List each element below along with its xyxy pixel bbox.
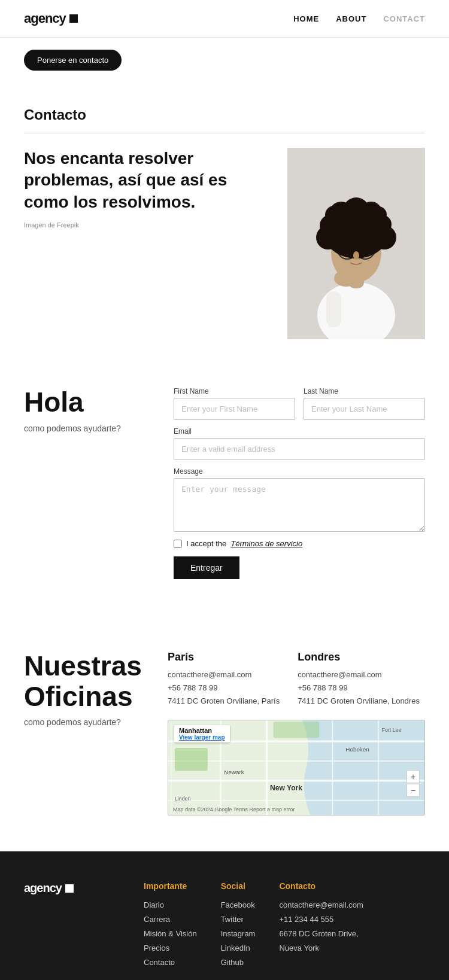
hero-image-credit: Imagen de Freepik xyxy=(24,221,79,229)
email-group: Email xyxy=(174,427,425,460)
terms-row: I accept the Términos de servicio xyxy=(174,539,425,548)
footer-top: agency Importante Diario Carrera Misión … xyxy=(24,881,425,971)
terms-link[interactable]: Términos de servicio xyxy=(230,539,302,548)
first-name-label: First Name xyxy=(174,387,295,395)
email-input[interactable] xyxy=(174,438,425,460)
first-name-input[interactable] xyxy=(174,398,295,420)
hero-text: Nos encanta resolver problemas, así que … xyxy=(24,148,269,230)
svg-text:Hoboken: Hoboken xyxy=(345,746,369,753)
footer-contact-address1[interactable]: 6678 DC Groten Drive, xyxy=(279,929,358,938)
person-illustration xyxy=(287,148,425,339)
map-larger-link[interactable]: View larger map xyxy=(179,734,225,741)
message-label: Message xyxy=(174,467,425,476)
offices-section: Nuestras Oficinas como podemos ayudarte?… xyxy=(0,615,449,851)
svg-point-16 xyxy=(343,197,369,224)
email-row: Email xyxy=(174,427,425,460)
footer: agency Importante Diario Carrera Misión … xyxy=(0,851,449,980)
footer-logo-mark[interactable]: agency xyxy=(24,881,120,895)
footer-logo-text: agency xyxy=(24,881,62,895)
nav-home[interactable]: HOME xyxy=(293,14,319,23)
svg-text:Fort Lee: Fort Lee xyxy=(382,727,402,733)
form-layout: Hola como podemos ayudarte? First Name L… xyxy=(24,387,425,579)
hero-content: Nos encanta resolver problemas, así que … xyxy=(24,148,425,339)
checkbox-label: I accept the xyxy=(186,539,226,548)
footer-link-github[interactable]: Github xyxy=(221,958,244,967)
footer-contact-city[interactable]: Nueva York xyxy=(279,944,319,952)
cta-section: Ponerse en contacto xyxy=(0,38,449,83)
offices-left: Nuestras Oficinas como podemos ayudarte? xyxy=(24,651,144,727)
cta-button[interactable]: Ponerse en contacto xyxy=(24,50,122,71)
map-zoom-out[interactable]: − xyxy=(406,784,420,797)
hero-divider xyxy=(24,133,425,133)
svg-rect-20 xyxy=(326,291,341,327)
svg-rect-31 xyxy=(175,748,208,771)
svg-text:Newark: Newark xyxy=(224,769,244,775)
offices-subtext: como podemos ayudarte? xyxy=(24,717,144,727)
first-name-group: First Name xyxy=(174,387,295,420)
logo-text: agency xyxy=(24,11,66,26)
footer-importante-list: Diario Carrera Misión & Visión Precios C… xyxy=(144,899,197,967)
london-city: Londres xyxy=(298,651,420,664)
form-right: First Name Last Name Email Message xyxy=(174,387,425,579)
offices-layout: Nuestras Oficinas como podemos ayudarte?… xyxy=(24,651,425,815)
message-textarea[interactable] xyxy=(174,478,425,532)
hero-section: Contacto Nos encanta resolver problemas,… xyxy=(0,83,449,351)
offices-heading: Nuestras Oficinas xyxy=(24,651,144,711)
form-left: Hola como podemos ayudarte? xyxy=(24,387,144,433)
map-inner: New York Newark Hoboken Summit Linden Fo… xyxy=(168,720,424,815)
map-controls: + − xyxy=(406,770,420,797)
footer-col-importante-heading: Importante xyxy=(144,881,197,891)
paris-details: contacthere@email.com +56 788 78 99 7411… xyxy=(168,668,280,708)
logo-box-icon xyxy=(69,14,78,23)
footer-link-contacto[interactable]: Contacto xyxy=(144,958,175,967)
footer-link-carrera[interactable]: Carrera xyxy=(144,915,170,924)
paris-office: París contacthere@email.com +56 788 78 9… xyxy=(168,651,280,708)
footer-link-mision[interactable]: Misión & Visión xyxy=(144,929,197,938)
footer-logo: agency xyxy=(24,881,120,971)
last-name-label: Last Name xyxy=(304,387,425,395)
svg-point-18 xyxy=(370,206,387,223)
hero-title: Contacto xyxy=(24,106,425,123)
offices-cols: París contacthere@email.com +56 788 78 9… xyxy=(168,651,425,708)
hero-image-placeholder xyxy=(287,148,425,339)
london-details: contacthere@email.com +56 788 78 99 7411… xyxy=(298,668,420,708)
footer-col-contacto: Contacto contacthere@email.com +11 234 4… xyxy=(279,881,363,971)
footer-link-diario[interactable]: Diario xyxy=(144,900,164,909)
svg-point-17 xyxy=(325,206,343,224)
form-section: Hola como podemos ayudarte? First Name L… xyxy=(0,351,449,615)
main-nav: HOME ABOUT CONTACT xyxy=(293,14,425,23)
footer-link-twitter[interactable]: Twitter xyxy=(221,915,244,924)
svg-text:Linden: Linden xyxy=(175,796,190,802)
footer-link-facebook[interactable]: Facebook xyxy=(221,900,255,909)
footer-col-social-heading: Social xyxy=(221,881,256,891)
submit-button[interactable]: Entregar xyxy=(174,556,239,579)
footer-contacto-list: contacthere@email.com +11 234 44 555 667… xyxy=(279,899,363,953)
name-row: First Name Last Name xyxy=(174,387,425,420)
footer-link-instagram[interactable]: Instagram xyxy=(221,929,256,938)
email-label: Email xyxy=(174,427,425,436)
nav-about[interactable]: ABOUT xyxy=(336,14,366,23)
footer-col-importante: Importante Diario Carrera Misión & Visió… xyxy=(144,881,197,971)
footer-link-linkedin[interactable]: LinkedIn xyxy=(221,944,250,952)
last-name-group: Last Name xyxy=(304,387,425,420)
message-group: Message xyxy=(174,467,425,532)
map-zoom-in[interactable]: + xyxy=(406,770,420,783)
header: agency HOME ABOUT CONTACT xyxy=(0,0,449,38)
svg-text:New York: New York xyxy=(270,784,302,793)
footer-link-precios[interactable]: Precios xyxy=(144,944,169,952)
offices-right: París contacthere@email.com +56 788 78 9… xyxy=(168,651,425,815)
footer-col-social: Social Facebook Twitter Instagram Linked… xyxy=(221,881,256,971)
hero-tagline: Nos encanta resolver problemas, así que … xyxy=(24,148,269,213)
footer-contact-phone[interactable]: +11 234 44 555 xyxy=(279,915,333,924)
last-name-input[interactable] xyxy=(304,398,425,420)
logo[interactable]: agency xyxy=(24,11,78,26)
map-container[interactable]: New York Newark Hoboken Summit Linden Fo… xyxy=(168,720,425,815)
svg-rect-32 xyxy=(274,722,320,738)
terms-checkbox[interactable] xyxy=(174,540,182,548)
nav-contact[interactable]: CONTACT xyxy=(383,14,425,23)
form-subtext: como podemos ayudarte? xyxy=(24,424,144,433)
london-office: Londres contacthere@email.com +56 788 78… xyxy=(298,651,420,708)
map-label: Manhattan View larger map xyxy=(174,725,230,742)
footer-contact-email[interactable]: contacthere@email.com xyxy=(279,900,363,909)
message-row: Message xyxy=(174,467,425,532)
